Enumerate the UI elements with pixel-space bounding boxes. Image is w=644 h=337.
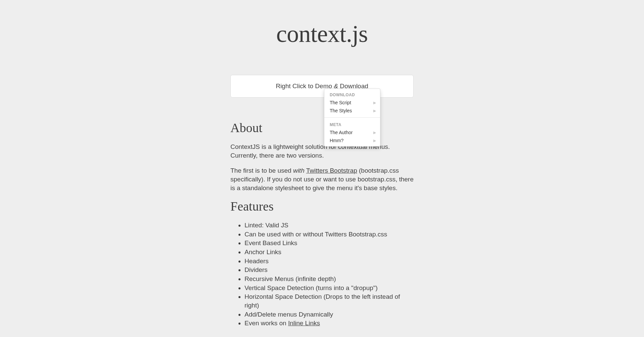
feature-item: Headers (245, 257, 414, 266)
menu-header-download: DOWNLOAD (324, 91, 380, 99)
context-menu[interactable]: DOWNLOAD The Script ▶ The Styles ▶ META … (324, 89, 380, 147)
menu-item-the-styles[interactable]: The Styles ▶ (324, 107, 380, 115)
feature-item: Recursive Menus (infinite depth) (245, 275, 414, 283)
feature-item: Event Based Links (245, 239, 414, 247)
menu-item-the-author[interactable]: The Author ▶ (324, 128, 380, 136)
menu-item-label: The Author (330, 130, 353, 135)
feature-item: Add/Delete menus Dynamically (245, 310, 414, 319)
menu-item-label: The Script (330, 100, 351, 105)
menu-item-label: The Styles (330, 108, 352, 113)
about-paragraph-1: ContextJS is a lightweight solution for … (230, 143, 414, 160)
menu-header-meta: META (324, 120, 380, 128)
main-container: Right Click to Demo & Download DOWNLOAD … (226, 75, 418, 328)
feature-item: Anchor Links (245, 248, 414, 257)
chevron-right-icon: ▶ (373, 139, 376, 143)
about-paragraph-2: The first is to be used with Twitters Bo… (230, 166, 414, 192)
chevron-right-icon: ▶ (373, 101, 376, 105)
menu-item-the-script[interactable]: The Script ▶ (324, 99, 380, 107)
feature-item-inline-links: Even works on Inline Links (245, 319, 414, 328)
feature-item: Dividers (245, 266, 414, 274)
chevron-right-icon: ▶ (373, 109, 376, 113)
features-heading: Features (230, 199, 414, 214)
menu-divider (324, 117, 380, 118)
menu-item-hmm[interactable]: Hmm? ▶ (324, 136, 380, 145)
feature-item: Linted: Valid JS (245, 221, 414, 230)
about-p2-a: The first is to be used (230, 167, 293, 174)
twitters-bootstrap-link[interactable]: Twitters Bootstrap (306, 167, 357, 174)
about-p2-with: with (293, 167, 305, 174)
about-heading: About (230, 120, 414, 135)
features-list: Linted: Valid JS Can be used with or wit… (230, 221, 414, 328)
chevron-right-icon: ▶ (373, 131, 376, 134)
feature-last-prefix: Even works on (245, 320, 288, 327)
inline-links-link[interactable]: Inline Links (288, 320, 320, 327)
page-title: context.js (0, 20, 644, 48)
feature-item: Vertical Space Detection (turns into a "… (245, 284, 414, 292)
menu-item-label: Hmm? (330, 138, 343, 143)
feature-item: Can be used with or without Twitters Boo… (245, 230, 414, 239)
demo-box[interactable]: Right Click to Demo & Download DOWNLOAD … (230, 75, 414, 98)
feature-item: Horizontal Space Detection (Drops to the… (245, 292, 414, 310)
